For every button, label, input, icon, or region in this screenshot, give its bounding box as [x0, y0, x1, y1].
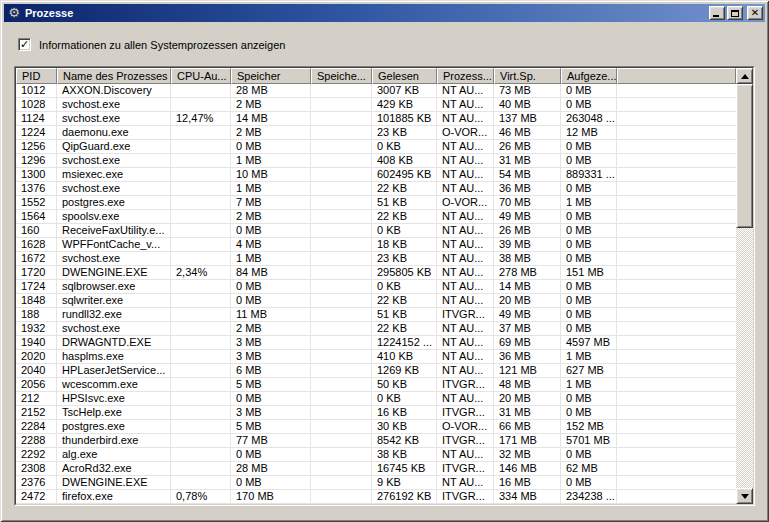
table-row[interactable]: 212HPSIsvc.exe0 MB0 KBNT AU...20 MB0 MB [16, 392, 736, 406]
cell-gelesen: 295805 KB [372, 266, 437, 280]
table-row[interactable]: 1552postgres.exe7 MB51 KBO-VOR...70 MB1 … [16, 196, 736, 210]
cell-speiche [311, 448, 372, 462]
table-row[interactable]: 1124svchost.exe12,47%14 MB101885 KBNT AU… [16, 112, 736, 126]
cell-aufgeze: 0 MB [561, 182, 617, 196]
table-row[interactable]: 1720DWENGINE.EXE2,34%84 MB295805 KBNT AU… [16, 266, 736, 280]
table-row[interactable]: 1224daemonu.exe2 MB23 KBO-VOR...46 MB12 … [16, 126, 736, 140]
table-row[interactable]: 2472firefox.exe0,78%170 MB276192 KBITVGR… [16, 490, 736, 504]
cell-aufgeze: 151 MB [561, 266, 617, 280]
table-row[interactable]: 1564spoolsv.exe2 MB22 KBNT AU...49 MB0 M… [16, 210, 736, 224]
table-row[interactable]: 160ReceiveFaxUtility.e...0 MB0 KBNT AU..… [16, 224, 736, 238]
close-button[interactable]: ✕ [747, 6, 763, 20]
table-row[interactable]: 1848sqlwriter.exe0 MB22 KBNT AU...20 MB0… [16, 294, 736, 308]
cell-aufgeze: 627 MB [561, 364, 617, 378]
table-row[interactable]: 2288thunderbird.exe77 MB8542 KBITVGR...1… [16, 434, 736, 448]
cell-pid: 2152 [16, 406, 57, 420]
cell-speicher: 170 MB [231, 490, 311, 504]
table-row[interactable]: 2376DWENGINE.EXE0 MB9 KBNT AU...16 MB0 M… [16, 476, 736, 490]
column-header-pid[interactable]: PID [16, 68, 57, 84]
cell-speicher: 0 MB [231, 448, 311, 462]
cell-virt-sp: 32 MB [494, 448, 561, 462]
table-row[interactable]: 2040HPLaserJetService...6 MB1269 KBNT AU… [16, 364, 736, 378]
table-row[interactable]: 2292alg.exe0 MB38 KBNT AU...32 MB0 MB [16, 448, 736, 462]
minimize-button[interactable] [709, 6, 725, 20]
cell-filler [617, 392, 736, 406]
cell-cpu-au [171, 462, 231, 476]
scrollbar-track[interactable] [736, 84, 753, 488]
table-row[interactable]: 1256QipGuard.exe0 MB0 KBNT AU...26 MB0 M… [16, 140, 736, 154]
table-row[interactable]: 1296svchost.exe1 MB408 KBNT AU...31 MB0 … [16, 154, 736, 168]
table-row[interactable]: 1940DRWAGNTD.EXE3 MB1224152 ...NT AU...6… [16, 336, 736, 350]
cell-gelesen: 276192 KB [372, 490, 437, 504]
scroll-down-button[interactable] [736, 488, 753, 504]
cell-speicher: 6 MB [231, 364, 311, 378]
process-rows: 1012AXXON.Discovery28 MB3007 KBNT AU...7… [16, 84, 736, 504]
cell-prozess: ITVGR... [437, 434, 494, 448]
cell-virt-sp: 334 MB [494, 490, 561, 504]
table-row[interactable]: 188rundll32.exe11 MB51 KBITVGR...49 MB0 … [16, 308, 736, 322]
cell-gelesen: 22 KB [372, 322, 437, 336]
column-header-virt-sp[interactable]: Virt.Sp. [494, 68, 561, 84]
column-header-prozess[interactable]: Prozess... [437, 68, 494, 84]
table-row[interactable]: 1932svchost.exe2 MB22 KBNT AU...37 MB0 M… [16, 322, 736, 336]
cell-pid: 2040 [16, 364, 57, 378]
cell-cpu-au: 12,47% [171, 112, 231, 126]
cell-name-des-prozesses: svchost.exe [57, 252, 171, 266]
cell-pid: 2292 [16, 448, 57, 462]
cell-speicher: 0 MB [231, 392, 311, 406]
cell-name-des-prozesses: wcescomm.exe [57, 378, 171, 392]
cell-gelesen: 408 KB [372, 154, 437, 168]
cell-speiche [311, 266, 372, 280]
table-row[interactable]: 1300msiexec.exe10 MB602495 KBNT AU...54 … [16, 168, 736, 182]
column-header-speicher[interactable]: Speicher [231, 68, 311, 84]
process-list: PIDName des ProzessesCPU-Au...SpeicherSp… [14, 66, 755, 506]
cell-name-des-prozesses: svchost.exe [57, 182, 171, 196]
cell-speiche [311, 280, 372, 294]
scrollbar-thumb[interactable] [736, 84, 753, 228]
column-header-gelesen[interactable]: Gelesen [372, 68, 437, 84]
cell-prozess: NT AU... [437, 322, 494, 336]
cell-cpu-au [171, 238, 231, 252]
cell-prozess: NT AU... [437, 350, 494, 364]
cell-name-des-prozesses: svchost.exe [57, 322, 171, 336]
cell-prozess: ITVGR... [437, 490, 494, 504]
cell-filler [617, 196, 736, 210]
cell-virt-sp: 66 MB [494, 420, 561, 434]
cell-prozess: NT AU... [437, 280, 494, 294]
prozesse-window: ⚙ Prozesse ✕ ✓ Informationen zu allen Sy… [0, 0, 769, 522]
cell-gelesen: 1224152 ... [372, 336, 437, 350]
show-all-system-processes-row: ✓ Informationen zu allen Systemprozessen… [18, 38, 285, 51]
cell-speiche [311, 462, 372, 476]
cell-speicher: 2 MB [231, 210, 311, 224]
column-header-aufgeze[interactable]: Aufgeze... [561, 68, 617, 84]
table-row[interactable]: 2152TscHelp.exe3 MB16 KBITVGR...31 MB0 M… [16, 406, 736, 420]
table-row[interactable]: 1672svchost.exe1 MB23 KBNT AU...38 MB0 M… [16, 252, 736, 266]
cell-filler [617, 308, 736, 322]
cell-virt-sp: 14 MB [494, 280, 561, 294]
cell-speiche [311, 196, 372, 210]
table-row[interactable]: 2056wcescomm.exe5 MB50 KBITVGR...48 MB1 … [16, 378, 736, 392]
show-all-system-processes-checkbox[interactable]: ✓ [18, 38, 31, 51]
column-header-cpu-au[interactable]: CPU-Au... [171, 68, 231, 84]
table-row[interactable]: 1724sqlbrowser.exe0 MB0 KBNT AU...14 MB0… [16, 280, 736, 294]
column-header-name-des-prozesses[interactable]: Name des Prozesses [57, 68, 171, 84]
maximize-button[interactable] [727, 6, 743, 20]
cell-pid: 1724 [16, 280, 57, 294]
show-all-system-processes-label: Informationen zu allen Systemprozessen a… [39, 39, 285, 51]
table-row[interactable]: 1376svchost.exe1 MB22 KBNT AU...36 MB0 M… [16, 182, 736, 196]
vertical-scrollbar[interactable] [736, 68, 753, 504]
column-header-speiche[interactable]: Speiche... [311, 68, 372, 84]
table-row[interactable]: 2020hasplms.exe3 MB410 KBNT AU...36 MB1 … [16, 350, 736, 364]
table-row[interactable]: 1628WPFFontCache_v...4 MB18 KBNT AU...39… [16, 238, 736, 252]
table-row[interactable]: 2284postgres.exe5 MB30 KBO-VOR...66 MB15… [16, 420, 736, 434]
table-row[interactable]: 1028svchost.exe2 MB429 KBNT AU...40 MB0 … [16, 98, 736, 112]
scroll-up-button[interactable] [736, 68, 753, 84]
cell-prozess: NT AU... [437, 112, 494, 126]
cell-name-des-prozesses: svchost.exe [57, 112, 171, 126]
table-row[interactable]: 2308AcroRd32.exe28 MB16745 KBITVGR...146… [16, 462, 736, 476]
table-row[interactable]: 1012AXXON.Discovery28 MB3007 KBNT AU...7… [16, 84, 736, 98]
app-icon[interactable]: ⚙ [6, 5, 22, 21]
cell-speiche [311, 420, 372, 434]
cell-filler [617, 364, 736, 378]
cell-aufgeze: 1 MB [561, 350, 617, 364]
